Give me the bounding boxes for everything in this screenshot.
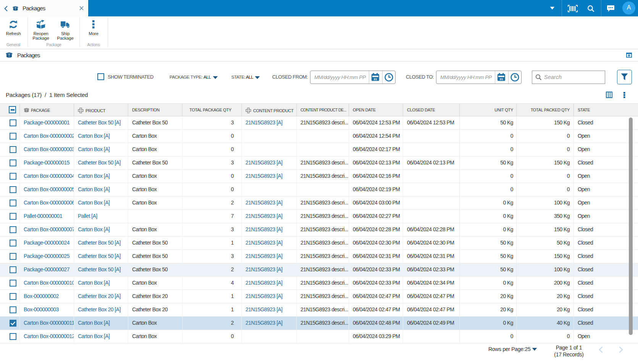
svg-text:31: 31 xyxy=(374,77,377,81)
svg-text:31: 31 xyxy=(500,77,503,81)
